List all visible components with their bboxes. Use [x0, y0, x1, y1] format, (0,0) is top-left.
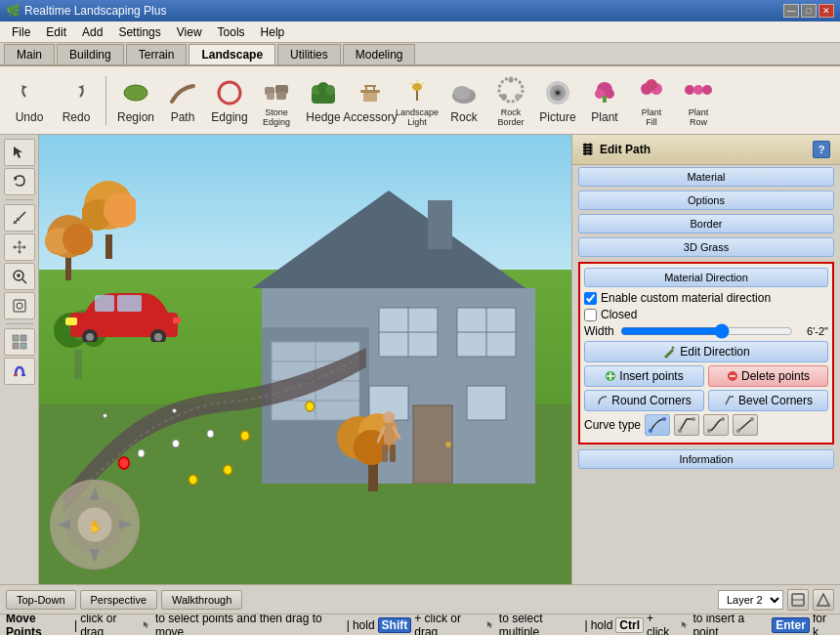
- tool-hedge[interactable]: Hedge: [302, 71, 345, 130]
- texture-button[interactable]: [4, 328, 35, 356]
- tool-edging-label: Edging: [211, 110, 247, 124]
- curve-btn-4[interactable]: [733, 414, 758, 436]
- options-button[interactable]: Options: [578, 190, 834, 210]
- width-slider[interactable]: [620, 324, 793, 338]
- panel-title: Edit Path: [600, 143, 651, 156]
- tab-building[interactable]: Building: [57, 44, 124, 64]
- enable-custom-direction-checkbox[interactable]: [584, 292, 597, 305]
- tool-plant[interactable]: Plant: [583, 71, 626, 130]
- svg-rect-10: [363, 92, 377, 102]
- closed-checkbox[interactable]: [584, 309, 597, 321]
- curve-btn-1[interactable]: [645, 414, 670, 436]
- close-button[interactable]: ✕: [819, 4, 834, 18]
- edit-direction-button[interactable]: Edit Direction: [584, 341, 828, 362]
- maximize-button[interactable]: □: [801, 4, 817, 18]
- select-tool-button[interactable]: [4, 139, 35, 166]
- tool-undo[interactable]: Undo: [8, 71, 51, 130]
- left-toolbar: [0, 135, 39, 584]
- tab-main[interactable]: Main: [4, 44, 55, 64]
- round-corners-label: Round Corners: [611, 394, 691, 407]
- svg-rect-106: [390, 444, 396, 462]
- menu-tools[interactable]: Tools: [210, 23, 253, 41]
- menu-help[interactable]: Help: [253, 23, 293, 41]
- window-controls: — □ ✕: [783, 4, 834, 18]
- menu-view[interactable]: View: [169, 23, 210, 41]
- path-icon: [167, 77, 198, 108]
- 3d-grass-button[interactable]: 3D Grass: [578, 237, 834, 257]
- insert-points-button[interactable]: Insert points: [584, 365, 704, 387]
- tool-stone-edging[interactable]: StoneEdging: [255, 71, 298, 130]
- zoom-button[interactable]: [4, 263, 35, 290]
- top-down-button[interactable]: Top-Down: [6, 590, 76, 610]
- layer-select[interactable]: Layer 2 Layer 1 Layer 3: [718, 590, 783, 610]
- pan-button[interactable]: [4, 233, 35, 261]
- nav-circle[interactable]: ✋: [49, 479, 142, 574]
- svg-rect-81: [428, 200, 452, 249]
- svg-point-130: [707, 429, 711, 433]
- curve-btn-2[interactable]: [674, 414, 699, 436]
- enable-custom-direction-row: Enable custom material direction: [584, 291, 828, 305]
- tool-rock[interactable]: Rock: [442, 71, 485, 130]
- bevel-corners-button[interactable]: Bevel Corners: [708, 390, 828, 411]
- tool-picture[interactable]: Picture: [536, 71, 579, 130]
- delete-points-button[interactable]: Delete points: [708, 365, 828, 387]
- tool-plant-fill[interactable]: PlantFill: [630, 71, 673, 130]
- perspective-button[interactable]: Perspective: [80, 590, 157, 610]
- border-button[interactable]: Border: [578, 214, 834, 233]
- titlebar: 🌿 Realtime Landscaping Plus — □ ✕: [0, 0, 840, 21]
- svg-rect-50: [21, 335, 26, 341]
- curve-btn-3[interactable]: [703, 414, 729, 436]
- tool-edging[interactable]: Edging: [208, 71, 251, 130]
- closed-label: Closed: [601, 308, 637, 321]
- layer-icon-btn-1[interactable]: [787, 589, 809, 611]
- measure-button[interactable]: [4, 204, 35, 232]
- rock-border-icon: [495, 74, 526, 106]
- menu-settings[interactable]: Settings: [110, 23, 168, 41]
- minimize-button[interactable]: —: [783, 4, 799, 18]
- menu-add[interactable]: Add: [74, 23, 110, 41]
- magnet-button[interactable]: [4, 358, 35, 385]
- svg-point-23: [501, 94, 507, 100]
- status-text-2: click or drag: [80, 614, 140, 635]
- tab-terrain[interactable]: Terrain: [126, 44, 188, 64]
- plant-fill-icon: [636, 74, 667, 106]
- svg-rect-92: [117, 295, 142, 312]
- layer-icon-btn-2[interactable]: [813, 589, 834, 611]
- tool-path[interactable]: Path: [161, 71, 204, 130]
- tool-plant-fill-label: PlantFill: [642, 107, 662, 127]
- tab-modeling[interactable]: Modeling: [343, 44, 416, 64]
- undo-view-button[interactable]: [4, 168, 35, 195]
- svg-rect-47: [14, 300, 25, 312]
- material-direction-section: Material Direction Enable custom materia…: [578, 262, 834, 444]
- tool-region[interactable]: Region: [114, 71, 157, 130]
- curve-type-row: Curve type: [584, 414, 828, 436]
- menu-file[interactable]: File: [4, 23, 38, 41]
- svg-rect-52: [21, 343, 26, 349]
- information-button[interactable]: Information: [578, 449, 834, 469]
- redo-icon: [61, 77, 92, 108]
- walkthrough-button[interactable]: Walkthrough: [161, 590, 242, 610]
- tool-rock-border[interactable]: RockBorder: [489, 71, 532, 130]
- tab-landscape[interactable]: Landscape: [189, 44, 275, 64]
- svg-point-24: [515, 94, 521, 100]
- landscape-light-icon: [401, 74, 433, 106]
- tool-rock-label: Rock: [450, 110, 477, 124]
- zoom-extent-button[interactable]: [4, 292, 35, 319]
- svg-point-134: [750, 417, 754, 421]
- app-icon: 🌿: [6, 4, 21, 18]
- tool-plant-row[interactable]: PlantRow: [677, 71, 720, 130]
- stone-edging-icon: [261, 74, 292, 106]
- tool-accessory[interactable]: Accessory: [349, 71, 392, 130]
- tool-redo[interactable]: Redo: [55, 71, 98, 130]
- viewport[interactable]: ✋: [39, 135, 571, 584]
- svg-rect-11: [360, 90, 380, 93]
- material-button[interactable]: Material: [578, 167, 834, 187]
- insert-points-label: Insert points: [619, 369, 683, 383]
- panel-header-left: 🛤 Edit Path: [582, 143, 651, 156]
- round-corners-button[interactable]: Round Corners: [584, 390, 704, 411]
- help-button[interactable]: ?: [813, 141, 830, 158]
- tab-utilities[interactable]: Utilities: [277, 44, 341, 64]
- svg-rect-49: [13, 335, 19, 341]
- menu-edit[interactable]: Edit: [38, 23, 74, 41]
- tool-landscape-light[interactable]: LandscapeLight: [396, 71, 439, 130]
